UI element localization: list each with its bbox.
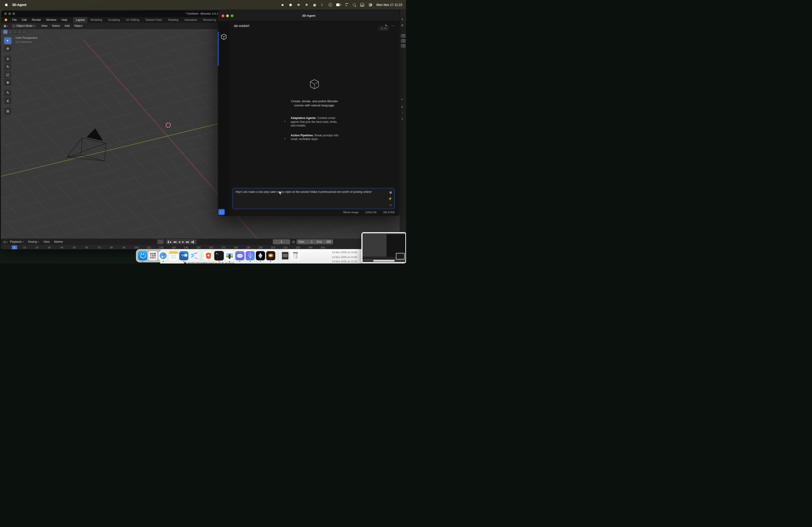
status-icon[interactable]: ▸ [329,3,332,6]
menu-item[interactable]: View [39,24,50,28]
transform-tool-button[interactable]: ◈ [4,79,12,86]
workspace-tab[interactable]: Animation [182,17,200,23]
select-tool-button[interactable] [4,37,12,44]
dock-item[interactable] [138,251,147,260]
select-box-button[interactable] [8,30,12,34]
status-icon[interactable] [336,3,340,7]
dock-item[interactable] [159,251,168,260]
dock-item[interactable] [169,251,178,260]
menu-bar-clock[interactable]: Mon Nov 17 11:22 [376,3,402,6]
select-circle-button[interactable] [13,30,17,34]
jump-to-start-button[interactable]: ▌◀ [167,241,172,243]
annotate-tool-button[interactable]: ✎ [4,89,12,96]
menu-item[interactable]: Select [50,24,62,28]
menu-item[interactable]: Keying▾ [26,240,41,243]
menu-item[interactable]: Add [62,24,72,28]
start-frame-field[interactable]: Start 1 [296,240,315,243]
chevron-down-icon[interactable]: ▾ [401,98,403,101]
workspace-tab[interactable]: Shading [165,17,182,23]
workspace-tab[interactable]: UV Editing [123,17,142,23]
mode-selector[interactable]: ▢ Object Mode ▾ [11,24,37,28]
auto-keying-button[interactable]: ▾ [157,239,164,244]
dock-item[interactable] [246,251,255,260]
cursor-tool-button[interactable]: ⊕ [4,45,12,52]
workspace-tab[interactable]: Layout [73,17,88,23]
dock-item[interactable] [204,251,213,260]
menu-item[interactable]: Playback▾ [8,240,26,243]
select-lasso-button[interactable] [18,30,22,34]
agent-titlebar[interactable]: 3D-Agent [218,11,400,21]
play-button[interactable]: ▶ [181,241,185,243]
status-icon[interactable]: ⬟ [289,3,293,7]
active-app-name[interactable]: 3D-Agent [12,3,26,6]
dock-item[interactable] [291,251,300,260]
workspace-tab[interactable]: Texture Paint [142,17,165,23]
apple-icon[interactable] [4,3,8,7]
status-icon[interactable]: ☸ [296,3,301,7]
dock-item[interactable] [266,251,275,260]
play-reverse-button[interactable]: ◀ [178,241,181,243]
blender-logo-icon[interactable] [4,18,8,21]
timeline-ruler[interactable]: 1020304050607080901001101201301401501601… [1,245,335,249]
menu-item[interactable]: View [41,240,52,243]
status-icon[interactable] [352,3,356,7]
dock-item[interactable] [214,251,224,260]
close-icon[interactable] [4,12,7,15]
editor-type-icon[interactable]: ▦ ▾ [4,24,8,28]
send-icon[interactable]: ➢ [389,203,392,207]
status-icon[interactable] [368,3,372,7]
dock-item[interactable] [256,251,265,260]
workspace-tab[interactable]: Rendering [200,17,219,23]
more-menu-icon[interactable]: ⋯ [391,24,394,28]
menu-item[interactable]: Help [59,18,70,21]
camera-icon[interactable] [401,44,405,47]
prev-keyframe-button[interactable]: ◀◀ [172,241,177,243]
select-tweak-button[interactable] [3,30,8,34]
scale-tool-button[interactable]: ◱ [4,71,12,78]
current-frame-badge[interactable]: 1 [12,245,17,249]
zoom-icon[interactable] [12,12,15,15]
menu-item[interactable]: Render [29,18,44,21]
pin-icon[interactable]: ⚲ [401,106,403,109]
close-icon[interactable]: ✕ [401,118,403,121]
menu-item[interactable]: File [10,18,19,21]
timeline-editor[interactable]: ◷ ▾ Playback▾Keying▾ViewMarker ▾ ▌◀ ◀◀ ◀… [1,239,335,249]
screen-recording-preview[interactable] [361,232,406,263]
end-frame-field[interactable]: End 250 [315,240,333,243]
magic-wand-icon[interactable]: ⚡ [388,197,392,200]
close-icon[interactable]: ✕ [401,18,403,21]
jump-to-end-button[interactable]: ▶▌ [191,241,195,243]
menu-item[interactable]: Marker [52,240,65,243]
dock-item[interactable] [148,251,158,260]
dock-item[interactable] [280,251,290,260]
image-attach-icon[interactable]: ▣ [389,191,392,194]
camera-icon[interactable] [401,34,405,37]
status-icon[interactable]: ◙ [280,3,285,7]
status-icon[interactable]: ▣ [313,3,317,7]
dock-item[interactable] [189,251,199,260]
add-box-icon[interactable]: ⊞ [401,24,403,27]
current-frame-field[interactable]: 1 [273,239,290,244]
menu-item[interactable]: Object [72,24,85,28]
dock-item[interactable] [225,251,234,260]
status-icon[interactable]: ✻ [305,3,309,7]
status-icon[interactable] [360,3,364,7]
workspace-tab[interactable]: Sculpting [105,17,123,23]
rotate-tool-button[interactable]: ↻ [4,63,12,70]
prompt-input[interactable]: Hey! Lets make a low poly cabin swiss st… [233,188,388,209]
dock-item[interactable] [235,251,244,260]
capture-scope-label[interactable]: Whole Image [343,211,359,214]
editor-type-icon[interactable]: ◷ ▾ [3,240,8,244]
next-keyframe-button[interactable]: ▶▶ [185,241,190,243]
dock-item[interactable] [278,251,278,261]
menu-item[interactable]: Window [44,18,59,21]
minimize-icon[interactable] [8,12,11,15]
camera-object[interactable] [63,124,113,165]
capture-region-button[interactable] [218,209,225,215]
workspace-tab[interactable]: Modeling [87,17,105,23]
menu-item[interactable]: Edit [19,18,29,21]
camera-icon[interactable] [401,39,405,42]
add-cube-tool-button[interactable]: ⊞ [4,108,12,115]
move-tool-button[interactable]: ✛ [4,56,12,62]
dock-item[interactable] [179,251,188,260]
